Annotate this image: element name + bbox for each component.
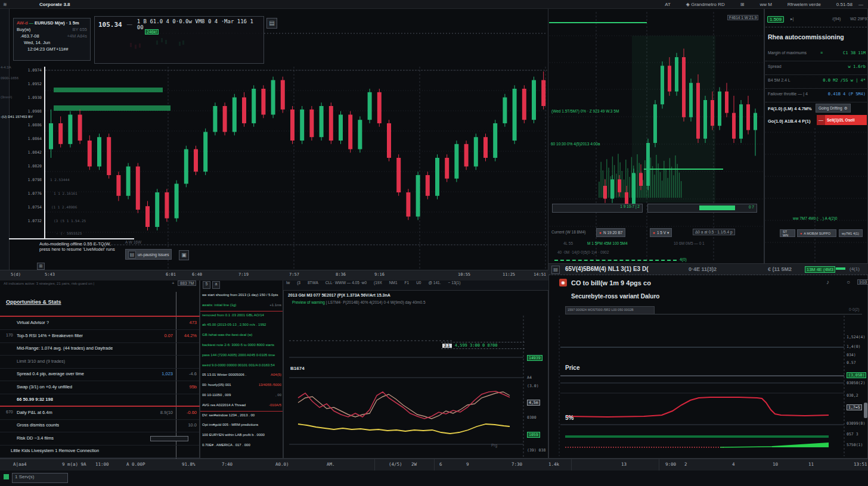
report-green-spark — [836, 267, 845, 270]
bottom-axis-divider — [571, 459, 572, 471]
order-field-row[interactable]: B4 5M 2.4 L0.0 M2 /5S w | 4* — [765, 75, 867, 89]
mid-volume-right: 0 7 — [647, 204, 757, 213]
add-watch-button[interactable]: + — [172, 281, 175, 286]
table-row[interactable]: Risk DD ~3.4 films — [0, 433, 199, 446]
order-field-row[interactable]: Margin of maximums≡C1 38 11M — [765, 48, 867, 61]
title-menu-item-5[interactable]: 0.51-58 — [836, 2, 852, 7]
toolbar-item-3[interactable]: CLL· WWW — 4.05 ·w0 — [326, 281, 367, 285]
toolbar-item-6[interactable]: F1 — [405, 281, 410, 285]
detach-icon: ▣ — [181, 252, 187, 258]
mid-session-dropdown[interactable]: ● N 19:20 B7 — [596, 228, 625, 237]
order-quick-button-2[interactable]: wy7M1 4(1) — [839, 229, 863, 237]
mid-volume-right-label: 0 7 — [749, 205, 754, 209]
journal-line: 0.70E# . AMERICA . 017 . 000 — [202, 443, 281, 447]
row-value-2: 95b — [179, 384, 197, 390]
order-field-value[interactable]: C1 38 11M — [843, 51, 866, 55]
mid-mode-dropdown[interactable]: ● 1 5 V ▾ — [650, 228, 672, 237]
detach-button[interactable]: ▣ — [179, 250, 189, 260]
toolbar-item-1[interactable]: (3 — [297, 281, 300, 285]
secondary-chart-panel — [548, 8, 764, 264]
bottom-tick-20: 13:51 — [854, 462, 867, 467]
indicator-axis-label-6: (39) 038 — [527, 448, 545, 453]
sell-market-button[interactable]: — Sell(1)/2L Osell — [817, 115, 867, 125]
report-axis-label-6: 030,2 — [847, 393, 858, 398]
indicator-box-value: 4,599 3:00 0 8700 — [455, 343, 498, 348]
toolbar-item-7[interactable]: U0 — [416, 281, 421, 285]
table-row[interactable]: 670Daily P&L at 6.4m8.9(10-0.60 — [0, 407, 199, 420]
indicator-series-label: B1674 — [290, 366, 305, 371]
journal-tab-1[interactable]: 5 — [203, 281, 210, 289]
pause-icon: ▤ — [128, 251, 136, 258]
indicator-toolbar: lw(38TWACLL· WWW — 4.05 ·w0(19XNM1F1U0@ … — [286, 281, 546, 285]
bell-icon[interactable]: ♪ — [826, 279, 829, 285]
axis-flag-0: 4-4.3A — [1, 66, 11, 69]
toolbar-item-0[interactable]: lw — [286, 281, 290, 285]
journal-tab-2[interactable]: a — [212, 281, 220, 289]
indicator-axis-label-1: A4 — [527, 375, 532, 380]
toolbar-item-2[interactable]: 8TWA — [308, 281, 318, 285]
order-field-row[interactable]: Spreadw 1.6rb — [765, 61, 867, 75]
order-settings-button[interactable]: Going Drifting ⚙ — [816, 104, 851, 113]
chart-mode-button[interactable]: ▤ — [266, 18, 277, 29]
info-row-0: Buy(w)BY 655 — [17, 27, 87, 32]
order-quick-button-1[interactable]: ●A MOB(M SUPPO — [797, 229, 836, 237]
title-menu-item-3[interactable]: ww M — [760, 2, 771, 7]
record-glyph: ◉ — [561, 280, 565, 285]
report-tab[interactable]: 1597 000924 MOST000 /5R2 L00 050 0002B — [565, 306, 655, 314]
table-row[interactable]: Gross dismiss counts10.0 — [0, 420, 199, 432]
table-row[interactable]: Spread 0.4 pip, average over time1,023-4… — [0, 369, 199, 381]
report-axis-label-9: 057 3 — [847, 432, 858, 437]
price-axis-label: 1.0820 — [17, 164, 42, 169]
order-quick-button-0[interactable]: ST WN — [780, 229, 795, 237]
mid-mode-value: 1 5 V ▾ — [657, 230, 669, 235]
journal-line: weird 9.0-0000 00000 00101 001/A 0.0163.… — [202, 363, 281, 367]
title-menu-item-2[interactable]: ⊞ — [740, 2, 745, 7]
table-row[interactable]: Mid-Range: 1.074 avg. (44 trades) and Da… — [0, 343, 199, 356]
mid-corner-stats: F4614 1 W 21.9 — [727, 15, 758, 20]
title-menu-item-4[interactable]: Rfrwelem verde — [788, 2, 821, 7]
minimize-button[interactable]: — — [858, 2, 863, 7]
symbol-timeframe: EURUSD M(w) · 1 5m — [35, 20, 79, 26]
table-row[interactable]: Limit 3/10 and (9 trades) — [0, 356, 199, 369]
journal-value: -010A/5 — [269, 403, 281, 407]
order-field-value[interactable]: 0.0 M2 /5S w | 4* — [823, 78, 866, 83]
journal-red-divider — [200, 311, 283, 311]
journal-panel — [200, 280, 283, 459]
table-row[interactable]: Swap (3/1) on +0.4y unfilled95b — [0, 382, 199, 394]
table-row[interactable]: 170Top-5 RSI 14% + Breakeven filter0.074… — [0, 331, 199, 343]
report-count-badge[interactable]: 1G3 — [857, 279, 868, 285]
report-header-strip: ▤ 65V(4)5B6M(4) NL1 3(1) E3 D( 0·4E 11(3… — [548, 264, 868, 275]
mid-level-label: (Wed 1.5T/5M7) 0% · Z 923 49 W.3 5M — [551, 109, 619, 113]
toolbar-item-4[interactable]: (19X — [374, 281, 382, 285]
order-field-value[interactable]: w 1.6rb — [848, 64, 866, 69]
title-menu-item-0[interactable]: AT — [665, 2, 671, 7]
toolbar-item-9[interactable]: ~ 13(1) — [448, 281, 461, 285]
report-record-icon: ◉ — [559, 279, 567, 286]
bottom-tick-15: 9:00 — [665, 462, 676, 467]
bottom-tick-18: 10 — [773, 462, 778, 467]
row-label: Swap (3/1) on +0.4y unfilled — [17, 384, 72, 390]
journal-line: 00: hourly(05) 00113/4055 /5000 — [202, 383, 281, 387]
price-axis-label: 1.0864 — [17, 136, 42, 141]
time-tick-9: 11:25 — [503, 272, 515, 277]
toolbar-item-8[interactable]: @ 141. — [428, 281, 441, 285]
trading-terminal-window: ≋ Corporate 3.8 AT◈ Grandmetro RD⊞ ww MR… — [0, 0, 868, 486]
indicator-axis-label-0: 14939 — [527, 355, 542, 361]
report-symbols: 65V(4)5B6M(4) NL1 3(1) E3 D( — [565, 266, 648, 272]
grid-toggle-icon[interactable]: ⊞ — [37, 263, 45, 270]
report-axis-label-3: 0.57 — [847, 360, 856, 365]
title-menu-item-1[interactable]: ◈ Grandmetro RD — [686, 2, 725, 7]
order-field-label: B4 5M 2.4 L — [768, 78, 790, 82]
toolbar-item-5[interactable]: NM1 — [389, 281, 398, 285]
order-field-row[interactable]: Failover throttle — | 40.41B 4 (P 5M4) — [765, 89, 867, 102]
candle-label-4: - (· 5955525 — [56, 231, 82, 235]
report-list-icon[interactable]: ▤ — [551, 266, 560, 274]
scrollbar-handle[interactable] — [864, 403, 867, 418]
red-dot-icon: ● — [599, 230, 602, 235]
circle-icon[interactable]: ○ — [847, 279, 850, 285]
table-row[interactable]: Virtual Advisor ?473 — [0, 317, 199, 330]
order-field-value[interactable]: 0.41B 4 (P 5M4) — [828, 92, 866, 96]
resume-trading-button[interactable]: ▤ un-pausing issues — [125, 249, 172, 260]
mid-green-rule — [554, 260, 677, 261]
table-row[interactable]: Little Kids Livesystem 1 Remove Connecti… — [0, 446, 199, 458]
